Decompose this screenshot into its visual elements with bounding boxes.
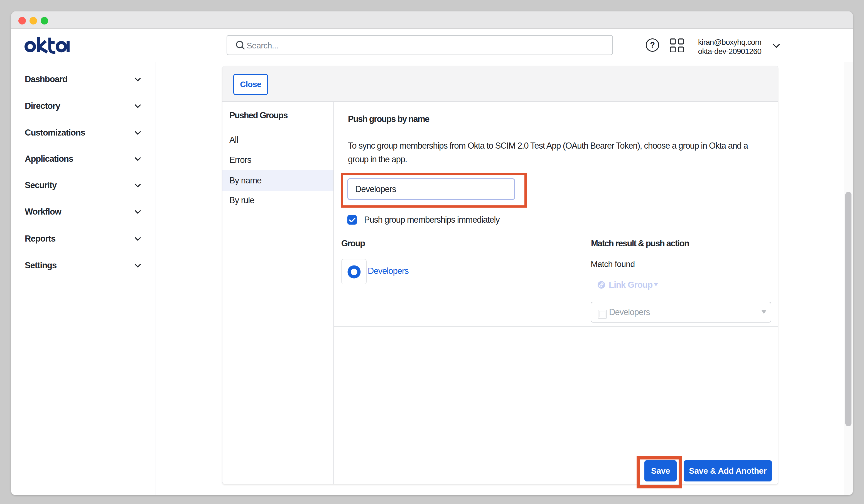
svg-text:?: ?: [650, 40, 655, 49]
